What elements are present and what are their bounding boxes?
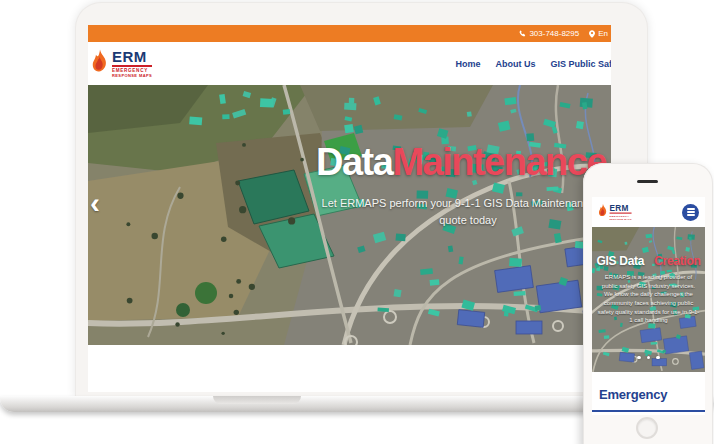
logo-line2: RESPONSE MAPS <box>610 217 632 220</box>
hamburger-menu-button[interactable] <box>682 204 699 221</box>
logo-erm: ERM <box>610 204 632 214</box>
main-nav: Home About Us GIS Public Safety <box>455 59 611 69</box>
phone-site-logo[interactable]: ERM EMERGENCY RESPONSE MAPS <box>598 204 632 221</box>
topbar: 303-748-8295 En <box>88 25 611 42</box>
phone-speaker <box>637 180 658 183</box>
laptop-screen: 303-748-8295 En <box>88 25 611 392</box>
phone-mockup: ERM EMERGENCY RESPONSE MAPS GIS Data Cre… <box>583 163 713 444</box>
hamburger-icon <box>687 208 695 209</box>
topbar-phone-number: 303-748-8295 <box>529 29 579 38</box>
logo-line2: RESPONSE MAPS <box>112 73 152 78</box>
phone-hero-title-white: GIS Data <box>597 254 645 268</box>
hero-subtitle-line2: quote today <box>318 212 611 229</box>
topbar-location[interactable]: En <box>589 29 608 38</box>
stage: 303-748-8295 En <box>0 0 714 444</box>
phone-site-header: ERM EMERGENCY RESPONSE MAPS <box>592 197 705 227</box>
carousel-dots <box>592 356 705 360</box>
logo-erm: ERM <box>112 49 152 67</box>
nav-item-gis-public-safety[interactable]: GIS Public Safety <box>550 59 611 69</box>
laptop-notch <box>213 396 301 404</box>
phone-hero-carousel: GIS Data Creation ERMAPS is a leading pr… <box>592 227 705 372</box>
carousel-dot[interactable] <box>637 356 641 360</box>
map-pin-icon <box>589 30 595 38</box>
hero-subtitle-line1: Let ERMAPS perform your 9-1-1 GIS Data M… <box>318 195 611 212</box>
logo-text: ERM EMERGENCY RESPONSE MAPS <box>112 49 152 79</box>
hero-carousel: DataMaintenance Let ERMAPS perform your … <box>88 85 611 345</box>
topbar-location-text: En <box>598 29 608 38</box>
logo-text: ERM EMERGENCY RESPONSE MAPS <box>610 204 632 220</box>
laptop-mockup-bezel: 303-748-8295 En <box>75 2 648 398</box>
page-below-hero <box>88 345 611 392</box>
hero-title-white: Data <box>316 141 392 183</box>
phone-hero-title: GIS Data Creation <box>592 254 705 268</box>
phone-emergency-section: Emergency <box>592 372 705 415</box>
phone-hero-paragraph: ERMAPS is a leading provider of public s… <box>597 273 700 325</box>
carousel-prev-button[interactable]: ‹ <box>90 188 100 218</box>
carousel-dot[interactable] <box>656 356 660 360</box>
hero-title: DataMaintenance <box>316 143 606 181</box>
section-divider <box>592 410 705 412</box>
site-header: ERM EMERGENCY RESPONSE MAPS Home About U… <box>88 42 611 85</box>
hero-title-red: Maintenance <box>392 141 606 183</box>
nav-item-home[interactable]: Home <box>455 59 480 69</box>
nav-item-about-us[interactable]: About Us <box>495 59 535 69</box>
phone-hero-title-red: Creation <box>654 254 700 268</box>
phone-screen: ERM EMERGENCY RESPONSE MAPS GIS Data Cre… <box>592 197 705 415</box>
hero-subtitle: Let ERMAPS perform your 9-1-1 GIS Data M… <box>318 195 611 228</box>
flame-icon <box>598 204 608 221</box>
topbar-phone[interactable]: 303-748-8295 <box>519 29 579 38</box>
flame-icon <box>91 49 109 79</box>
emergency-section-title: Emergency <box>599 387 705 402</box>
phone-home-button[interactable] <box>636 417 658 439</box>
phone-icon <box>519 30 526 37</box>
site-logo[interactable]: ERM EMERGENCY RESPONSE MAPS <box>91 49 152 79</box>
carousel-dot[interactable] <box>647 356 651 360</box>
